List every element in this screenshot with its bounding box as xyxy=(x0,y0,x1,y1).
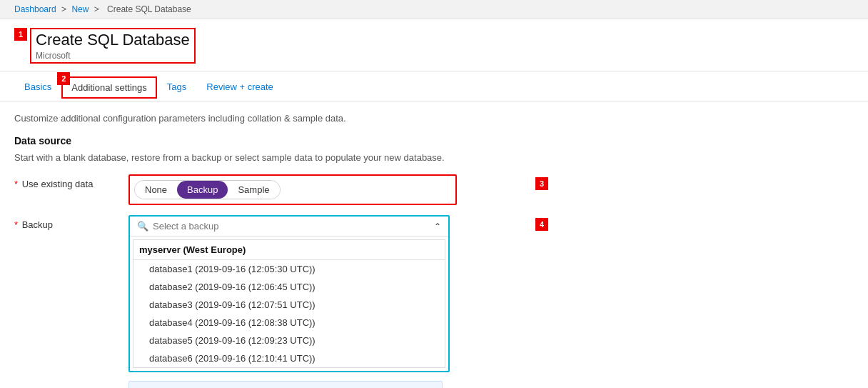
list-item[interactable]: database1 (2019-09-16 (12:05:30 UTC)) xyxy=(133,260,445,278)
annotation-1: 1 xyxy=(14,28,27,41)
tab-basics[interactable]: Basics xyxy=(14,74,61,101)
backup-search-bar: 🔍 ⌃ xyxy=(130,217,448,237)
info-box: ⓘ You can also restore a database to a p… xyxy=(128,381,443,388)
tab-review-create[interactable]: Review + create xyxy=(196,74,283,101)
page-title: Create SQL Database xyxy=(36,31,190,49)
list-item[interactable]: database6 (2019-09-16 (12:10:41 UTC)) xyxy=(133,349,445,367)
tabs-bar: Basics 2 Additional settings Tags Review… xyxy=(0,74,868,101)
list-item[interactable]: database5 (2019-09-16 (12:09:23 UTC)) xyxy=(133,332,445,349)
backup-list[interactable]: myserver (West Europe) database1 (2019-0… xyxy=(133,239,445,368)
list-item[interactable]: database7 (2019-09-16 (12:11:38 UTC)) xyxy=(133,367,445,368)
page-subtitle: Microsoft xyxy=(36,51,190,61)
toggle-group-box: None Backup Sample xyxy=(128,174,457,205)
toggle-none[interactable]: None xyxy=(135,181,177,199)
toggle-group: None Backup Sample xyxy=(134,180,281,199)
backup-search-input[interactable] xyxy=(153,221,434,232)
list-item[interactable]: database3 (2019-09-16 (12:07:51 UTC)) xyxy=(133,296,445,314)
content-area: Customize additional configuration param… xyxy=(0,101,542,388)
breadcrumb-new[interactable]: New xyxy=(71,4,89,14)
breadcrumb: Dashboard > New > Create SQL Database xyxy=(0,0,868,19)
datasource-title: Data source xyxy=(14,135,528,146)
list-item[interactable]: database2 (2019-09-16 (12:06:45 UTC)) xyxy=(133,278,445,296)
chevron-up-icon[interactable]: ⌃ xyxy=(434,222,441,232)
backup-control: 🔍 ⌃ myserver (West Europe) database1 (20… xyxy=(128,215,528,388)
use-existing-control: None Backup Sample 3 xyxy=(128,174,528,205)
tab-additional-settings[interactable]: 2 Additional settings xyxy=(61,76,157,99)
breadcrumb-current: Create SQL Database xyxy=(107,4,191,14)
list-item[interactable]: database4 (2019-09-16 (12:08:38 UTC)) xyxy=(133,314,445,332)
search-icon: 🔍 xyxy=(137,221,148,232)
backup-group-label: myserver (West Europe) xyxy=(133,240,445,260)
toggle-sample[interactable]: Sample xyxy=(228,181,279,199)
annotation-2: 2 xyxy=(57,72,70,85)
toggle-backup[interactable]: Backup xyxy=(177,181,228,199)
use-existing-data-row: * Use existing data None Backup Sample 3 xyxy=(14,174,528,205)
use-existing-label: * Use existing data xyxy=(14,174,128,189)
tab-tags[interactable]: Tags xyxy=(157,74,196,101)
backup-dropdown: 🔍 ⌃ myserver (West Europe) database1 (20… xyxy=(128,215,450,372)
backup-label: * Backup xyxy=(14,215,128,230)
page-title-box: Create SQL Database Microsoft xyxy=(30,28,196,64)
breadcrumb-dashboard[interactable]: Dashboard xyxy=(14,4,56,14)
content-description: Customize additional configuration param… xyxy=(14,113,528,124)
datasource-description: Start with a blank database, restore fro… xyxy=(14,152,528,163)
annotation-3: 3 xyxy=(535,177,548,190)
page-header: 1 Create SQL Database Microsoft xyxy=(0,19,868,71)
backup-row: * Backup 🔍 ⌃ myserver (West Europe) data… xyxy=(14,215,528,388)
annotation-4: 4 xyxy=(535,218,548,231)
